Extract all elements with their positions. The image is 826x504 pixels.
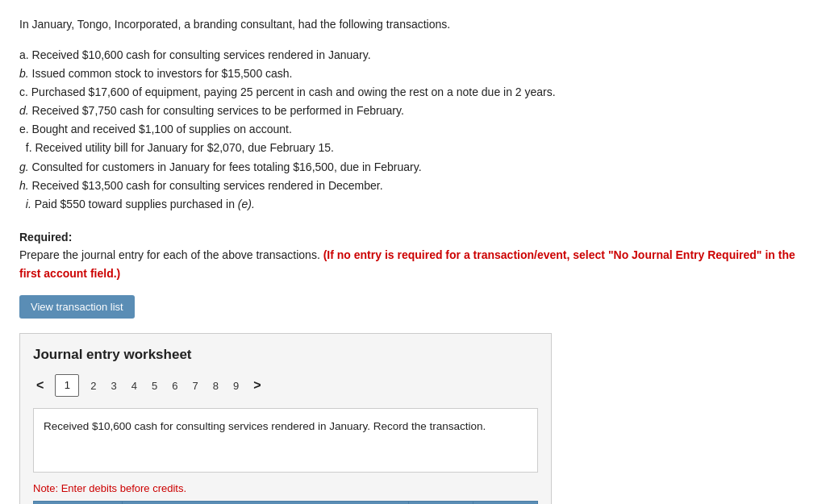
page-2-button[interactable]: 2	[87, 380, 99, 392]
transactions-list: a. Received $10,600 cash for consulting …	[19, 46, 807, 214]
journal-table: Transaction General Journal Debit Credit	[33, 501, 538, 504]
col-header-debit: Debit	[409, 502, 473, 504]
required-section: Required: Prepare the journal entry for …	[19, 228, 807, 282]
transaction-d: d. Received $7,750 cash for consulting s…	[19, 102, 807, 120]
transaction-g: g. Consulted for customers in January fo…	[19, 158, 807, 177]
page-3-button[interactable]: 3	[108, 380, 120, 392]
col-header-general-journal: General Journal	[123, 502, 409, 504]
page-7-button[interactable]: 7	[190, 380, 202, 392]
next-page-button[interactable]: >	[250, 378, 264, 393]
view-transaction-list-button[interactable]: View transaction list	[19, 295, 135, 319]
col-header-credit: Credit	[473, 502, 538, 504]
intro-text: In January, Tongo, Incorporated, a brand…	[19, 16, 807, 33]
transaction-description: Received $10,600 cash for consulting ser…	[33, 408, 538, 473]
col-header-transaction: Transaction	[34, 502, 123, 504]
page-navigation: < 1 2 3 4 5 6 7 8 9 >	[33, 374, 538, 397]
page-6-button[interactable]: 6	[169, 380, 181, 392]
transaction-b: b. Issued common stock to investors for …	[19, 65, 807, 83]
transaction-a: a. Received $10,600 cash for consulting …	[19, 46, 807, 65]
worksheet-title: Journal entry worksheet	[33, 347, 538, 363]
transaction-h: h. Received $13,500 cash for consulting …	[19, 177, 807, 195]
transaction-f: f. Received utility bill for January for…	[19, 139, 807, 157]
page-8-button[interactable]: 8	[210, 380, 222, 392]
note-text: Note: Enter debits before credits.	[33, 482, 538, 494]
transaction-c: c. Purchased $17,600 of equipment, payin…	[19, 83, 807, 102]
transaction-i: i. Paid $550 toward supplies purchased i…	[19, 195, 807, 214]
transaction-e: e. Bought and received $1,100 of supplie…	[19, 120, 807, 139]
prev-page-button[interactable]: <	[33, 378, 47, 393]
page-1-button[interactable]: 1	[55, 374, 79, 397]
page-4-button[interactable]: 4	[128, 380, 140, 392]
required-instruction1: Prepare the journal entry for each of th…	[19, 248, 320, 261]
page-9-button[interactable]: 9	[230, 380, 242, 392]
required-label: Required:	[19, 231, 72, 244]
page-5-button[interactable]: 5	[148, 380, 161, 392]
journal-entry-worksheet: Journal entry worksheet < 1 2 3 4 5 6 7 …	[19, 333, 552, 504]
